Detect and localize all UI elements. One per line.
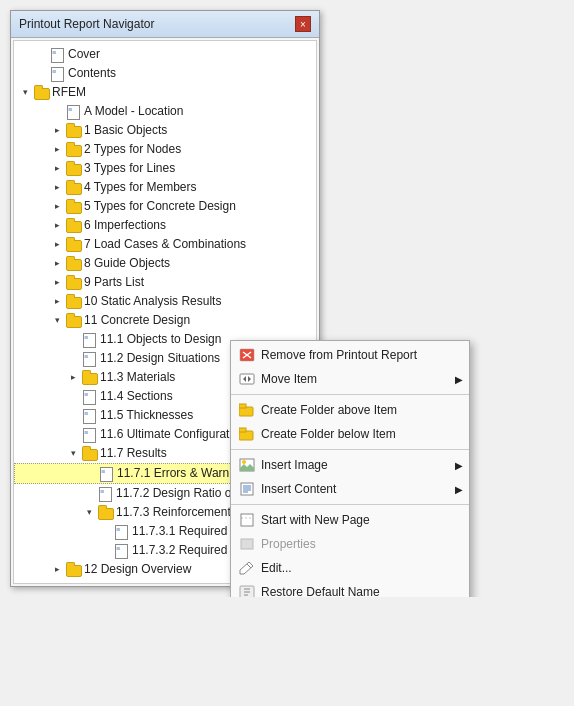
menu-item-restore-name[interactable]: Restore Default Name bbox=[231, 580, 469, 597]
expand-icon[interactable] bbox=[50, 314, 64, 328]
menu-item-label: Create Folder below Item bbox=[261, 427, 396, 441]
submenu-arrow-icon: ▶ bbox=[455, 460, 463, 471]
expand-icon[interactable] bbox=[50, 200, 64, 214]
expand-icon[interactable] bbox=[50, 181, 64, 195]
folder-icon bbox=[97, 505, 113, 521]
dialog-titlebar: Printout Report Navigator × bbox=[11, 11, 319, 38]
expand-icon bbox=[66, 409, 80, 423]
tree-item-types-lines[interactable]: 3 Types for Lines bbox=[14, 159, 316, 178]
tree-item-guide-objects[interactable]: 8 Guide Objects bbox=[14, 254, 316, 273]
menu-separator-3 bbox=[231, 504, 469, 505]
item-label: 7 Load Cases & Combinations bbox=[84, 236, 246, 253]
tree-item-concrete-design[interactable]: 11 Concrete Design bbox=[14, 311, 316, 330]
tree-item-types-members[interactable]: 4 Types for Members bbox=[14, 178, 316, 197]
expand-icon[interactable] bbox=[50, 563, 64, 577]
tree-item-static-analysis[interactable]: 10 Static Analysis Results bbox=[14, 292, 316, 311]
folder-icon bbox=[81, 446, 97, 462]
item-label: 11.4 Sections bbox=[100, 388, 173, 405]
svg-marker-18 bbox=[240, 562, 253, 574]
tree-item-model-location[interactable]: A Model - Location bbox=[14, 102, 316, 121]
menu-item-folder-above[interactable]: Create Folder above Item bbox=[231, 398, 469, 422]
expand-icon[interactable] bbox=[18, 86, 32, 100]
folder-icon bbox=[65, 237, 81, 253]
item-label: 10 Static Analysis Results bbox=[84, 293, 221, 310]
expand-icon[interactable] bbox=[50, 219, 64, 233]
menu-item-insert-content[interactable]: Insert Content ▶ bbox=[231, 477, 469, 501]
menu-item-label: Edit... bbox=[261, 561, 292, 575]
expand-icon[interactable] bbox=[66, 371, 80, 385]
expand-icon[interactable] bbox=[50, 124, 64, 138]
menu-item-remove[interactable]: Remove from Printout Report bbox=[231, 343, 469, 367]
menu-item-properties: Properties bbox=[231, 532, 469, 556]
svg-rect-7 bbox=[239, 428, 246, 432]
tree-item-imperfections[interactable]: 6 Imperfections bbox=[14, 216, 316, 235]
menu-item-label: Properties bbox=[261, 537, 316, 551]
expand-icon bbox=[98, 544, 112, 558]
expand-icon bbox=[82, 487, 96, 501]
doc-icon bbox=[81, 427, 97, 443]
item-label: 11 Concrete Design bbox=[84, 312, 190, 329]
item-label: 11.5 Thicknesses bbox=[100, 407, 193, 424]
doc-icon bbox=[49, 66, 65, 82]
folder-icon bbox=[65, 256, 81, 272]
item-label: 2 Types for Nodes bbox=[84, 141, 181, 158]
item-label: Cover bbox=[68, 46, 100, 63]
tree-item-basic-objects[interactable]: 1 Basic Objects bbox=[14, 121, 316, 140]
expand-icon[interactable] bbox=[50, 143, 64, 157]
folder-icon bbox=[65, 161, 81, 177]
menu-item-edit[interactable]: Edit... bbox=[231, 556, 469, 580]
expand-icon[interactable] bbox=[82, 506, 96, 520]
tree-item-load-cases[interactable]: 7 Load Cases & Combinations bbox=[14, 235, 316, 254]
svg-rect-15 bbox=[241, 514, 253, 526]
folder-icon bbox=[65, 199, 81, 215]
tree-item-types-concrete[interactable]: 5 Types for Concrete Design bbox=[14, 197, 316, 216]
item-label: 12 Design Overview bbox=[84, 561, 191, 578]
item-label: 11.2 Design Situations bbox=[100, 350, 220, 367]
expand-icon[interactable] bbox=[50, 238, 64, 252]
menu-item-folder-below[interactable]: Create Folder below Item bbox=[231, 422, 469, 446]
item-label: 6 Imperfections bbox=[84, 217, 166, 234]
item-label: 11.6 Ultimate Configurations bbox=[100, 426, 251, 443]
expand-icon bbox=[34, 67, 48, 81]
svg-rect-17 bbox=[241, 539, 253, 549]
tree-item-contents[interactable]: Contents bbox=[14, 64, 316, 83]
folder-icon bbox=[65, 562, 81, 578]
new-page-icon bbox=[237, 512, 257, 528]
expand-icon[interactable] bbox=[50, 162, 64, 176]
folder-below-icon bbox=[237, 426, 257, 442]
menu-separator-2 bbox=[231, 449, 469, 450]
menu-item-label: Insert Content bbox=[261, 482, 336, 496]
expand-icon bbox=[98, 525, 112, 539]
doc-icon bbox=[113, 524, 129, 540]
item-label: 4 Types for Members bbox=[84, 179, 197, 196]
tree-item-types-nodes[interactable]: 2 Types for Nodes bbox=[14, 140, 316, 159]
menu-item-label: Restore Default Name bbox=[261, 585, 380, 597]
expand-icon[interactable] bbox=[50, 276, 64, 290]
content-icon bbox=[237, 481, 257, 497]
folder-icon bbox=[65, 294, 81, 310]
tree-item-parts-list[interactable]: 9 Parts List bbox=[14, 273, 316, 292]
expand-icon[interactable] bbox=[66, 447, 80, 461]
svg-rect-3 bbox=[240, 374, 254, 384]
expand-icon[interactable] bbox=[50, 257, 64, 271]
item-label: 1 Basic Objects bbox=[84, 122, 167, 139]
doc-icon bbox=[81, 332, 97, 348]
svg-rect-5 bbox=[239, 404, 246, 408]
expand-icon[interactable] bbox=[50, 295, 64, 309]
folder-icon bbox=[65, 275, 81, 291]
tree-item-rfem[interactable]: RFEM bbox=[14, 83, 316, 102]
context-menu: Remove from Printout Report Move Item ▶ bbox=[230, 340, 470, 597]
close-button[interactable]: × bbox=[295, 16, 311, 32]
doc-icon bbox=[81, 389, 97, 405]
menu-item-new-page[interactable]: Start with New Page bbox=[231, 508, 469, 532]
menu-item-insert-image[interactable]: Insert Image ▶ bbox=[231, 453, 469, 477]
menu-item-label: Start with New Page bbox=[261, 513, 370, 527]
expand-icon bbox=[50, 105, 64, 119]
expand-icon bbox=[66, 428, 80, 442]
tree-item-cover[interactable]: Cover bbox=[14, 45, 316, 64]
folder-icon bbox=[65, 313, 81, 329]
expand-icon bbox=[83, 467, 97, 481]
menu-item-move[interactable]: Move Item ▶ bbox=[231, 367, 469, 391]
folder-icon bbox=[33, 85, 49, 101]
item-label: 5 Types for Concrete Design bbox=[84, 198, 236, 215]
